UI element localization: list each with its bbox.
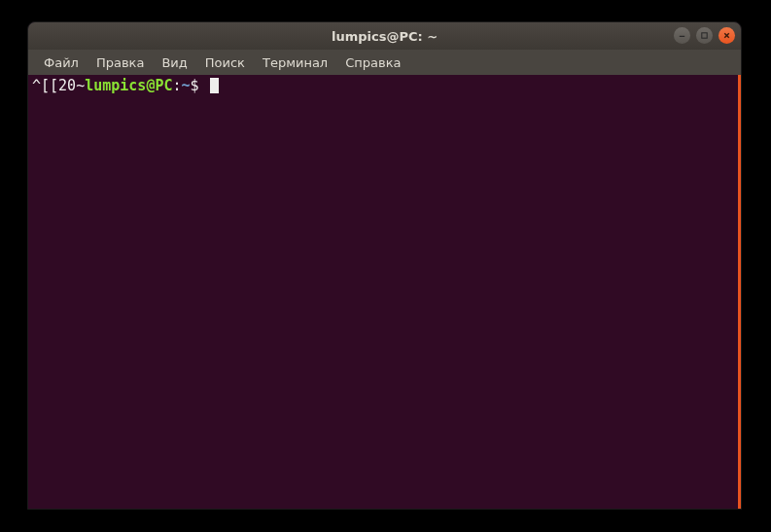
prompt-symbol: $ [191, 77, 208, 94]
menubar: Файл Правка Вид Поиск Терминал Справка [28, 50, 741, 75]
menu-file[interactable]: Файл [36, 52, 87, 74]
cursor [210, 78, 219, 93]
terminal-body[interactable]: ^[[20~lumpics@PC:~$ [28, 75, 741, 509]
minimize-button[interactable] [674, 27, 690, 44]
close-icon [722, 31, 731, 40]
prompt-line: ^[[20~lumpics@PC:~$ [32, 77, 734, 94]
window-controls [674, 27, 735, 44]
menu-help[interactable]: Справка [337, 52, 408, 74]
minimize-icon [678, 31, 686, 40]
maximize-icon [700, 31, 709, 40]
menu-edit[interactable]: Правка [88, 52, 152, 74]
titlebar[interactable]: lumpics@PC: ~ [28, 22, 741, 50]
menu-view[interactable]: Вид [154, 52, 194, 74]
colon: : [173, 77, 182, 94]
current-path: ~ [182, 77, 191, 94]
close-button[interactable] [718, 27, 735, 44]
menu-terminal[interactable]: Терминал [255, 52, 335, 74]
terminal-window: lumpics@PC: ~ Файл Правка Вид Поиск Терм… [27, 21, 742, 510]
maximize-button[interactable] [696, 27, 713, 44]
user-host: lumpics@PC [85, 77, 172, 94]
menu-search[interactable]: Поиск [197, 52, 253, 74]
svg-rect-1 [702, 33, 707, 38]
escape-sequence: ^[[20~ [32, 77, 85, 94]
window-title: lumpics@PC: ~ [332, 29, 438, 44]
